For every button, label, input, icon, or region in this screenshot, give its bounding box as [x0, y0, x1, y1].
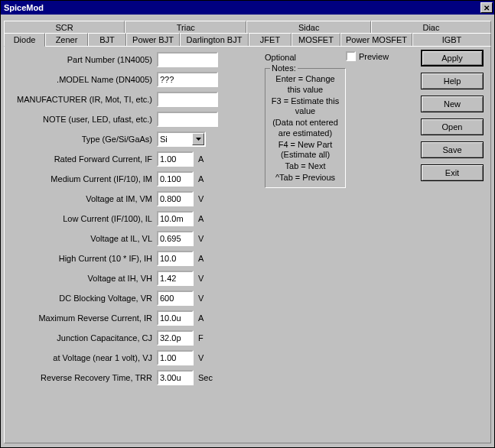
- note-line-f3: F3 = Estimate this value: [269, 96, 342, 118]
- tab-strip: SCR Triac Sidac Diac Diode Zener BJT Pow…: [4, 21, 491, 47]
- label-im: Medium Current (IF/10), IM: [8, 174, 157, 183]
- unit-vl: V: [198, 234, 217, 243]
- label-vr: DC Blocking Voltage, VR: [8, 294, 157, 303]
- open-button[interactable]: Open: [421, 118, 484, 135]
- tab-mosfet[interactable]: MOSFET: [291, 33, 340, 47]
- note-line-est: (Data not entered are estimated): [269, 118, 342, 139]
- unit-ih: A: [198, 254, 217, 263]
- apply-button[interactable]: Apply: [421, 50, 484, 67]
- notes-legend: Notes:: [270, 63, 298, 74]
- label-type: Type (Ge/Si/GaAs): [8, 135, 157, 144]
- preview-label: Preview: [359, 52, 389, 61]
- note-line-enter: Enter = Change this value: [269, 74, 342, 96]
- unit-trr: Sec: [198, 373, 217, 382]
- new-button[interactable]: New: [421, 96, 484, 112]
- unit-vh: V: [198, 274, 217, 283]
- close-button[interactable]: ✕: [480, 2, 493, 13]
- unit-cj: F: [198, 333, 217, 342]
- label-ih: High Current (10 * IF), IH: [8, 254, 157, 263]
- note-line-tab: Tab = Next: [269, 161, 342, 172]
- dropdown-type[interactable]: Si: [157, 131, 206, 147]
- input-cj[interactable]: [157, 330, 194, 346]
- input-vl[interactable]: [157, 231, 194, 246]
- input-model-name[interactable]: [157, 72, 218, 87]
- input-vr[interactable]: [157, 291, 194, 306]
- unit-vm: V: [198, 194, 217, 203]
- form-area: Part Number (1N4005) .MODEL Name (DN4005…: [8, 51, 260, 389]
- label-vh: Voltage at IH, VH: [8, 274, 157, 283]
- input-ih[interactable]: [157, 251, 194, 266]
- unit-vj: V: [198, 353, 217, 362]
- input-vh[interactable]: [157, 271, 194, 286]
- label-model-name: .MODEL Name (DN4005): [8, 75, 157, 84]
- preview-control: Preview: [346, 51, 389, 61]
- input-il[interactable]: [157, 211, 194, 226]
- tab-zener[interactable]: Zener: [45, 33, 88, 47]
- label-cj: Junction Capacitance, CJ: [8, 333, 157, 342]
- dropdown-type-value: Si: [158, 133, 192, 145]
- unit-im: A: [198, 174, 217, 183]
- input-vm[interactable]: [157, 191, 194, 206]
- tab-jfet[interactable]: JFET: [249, 33, 291, 47]
- button-column: Apply Help New Open Save Exit: [421, 50, 484, 181]
- preview-checkbox[interactable]: [346, 51, 356, 61]
- tab-power-mosfet[interactable]: Power MOSFET: [340, 33, 412, 47]
- label-part-number: Part Number (1N4005): [8, 55, 157, 64]
- label-il: Low Current (IF/100), IL: [8, 214, 157, 223]
- input-ir[interactable]: [157, 310, 194, 326]
- input-part-number[interactable]: [157, 52, 218, 67]
- label-vj: at Voltage (near 1 volt), VJ: [8, 353, 157, 362]
- tab-bjt[interactable]: BJT: [88, 33, 126, 47]
- input-vj[interactable]: [157, 350, 194, 365]
- input-im[interactable]: [157, 171, 194, 187]
- label-ir: Maximum Reverse Current, IR: [8, 313, 157, 323]
- tab-sidac[interactable]: Sidac: [246, 21, 371, 34]
- optional-column: Optional Notes: Enter = Change this valu…: [265, 53, 372, 188]
- client-area: SCR Triac Sidac Diac Diode Zener BJT Pow…: [1, 15, 494, 447]
- label-vm: Voltage at IM, VM: [8, 194, 157, 203]
- help-button[interactable]: Help: [421, 73, 484, 89]
- input-if[interactable]: [157, 151, 194, 167]
- app-window: SpiceMod ✕ SCR Triac Sidac Diac Diode Ze…: [0, 0, 495, 448]
- tab-diac[interactable]: Diac: [371, 21, 491, 34]
- input-note[interactable]: [157, 112, 218, 127]
- label-if: Rated Forward Current, IF: [8, 154, 157, 164]
- unit-if: A: [198, 154, 217, 164]
- label-vl: Voltage at IL, VL: [8, 234, 157, 243]
- label-note: NOTE (user, LED, ufast, etc.): [8, 115, 157, 124]
- tab-row-bottom: Diode Zener BJT Power BJT Darlington BJT…: [4, 33, 491, 47]
- note-line-f4: F4 = New Part (Estimate all): [269, 140, 342, 161]
- tab-triac[interactable]: Triac: [125, 21, 246, 34]
- svg-marker-0: [196, 138, 201, 141]
- tab-igbt[interactable]: IGBT: [412, 33, 491, 47]
- titlebar: SpiceMod ✕: [1, 1, 494, 15]
- label-manufacturer: MANUFACTURER (IR, Mot, TI, etc.): [8, 95, 157, 104]
- tab-darlington-bjt[interactable]: Darlington BJT: [180, 33, 249, 47]
- label-trr: Reverse Recovery Time, TRR: [8, 373, 157, 382]
- input-manufacturer[interactable]: [157, 92, 218, 107]
- tab-panel-diode: Part Number (1N4005) .MODEL Name (DN4005…: [4, 46, 491, 443]
- notes-group: Notes: Enter = Change this value F3 = Es…: [265, 68, 346, 188]
- note-line-shifttab: ^Tab = Previous: [269, 173, 342, 183]
- save-button[interactable]: Save: [421, 141, 484, 158]
- chevron-down-icon[interactable]: [192, 133, 204, 145]
- tab-diode[interactable]: Diode: [4, 33, 45, 47]
- tab-power-bjt[interactable]: Power BJT: [126, 33, 180, 47]
- tab-row-top: SCR Triac Sidac Diac: [4, 21, 491, 34]
- unit-vr: V: [198, 294, 217, 303]
- window-title: SpiceMod: [2, 3, 44, 12]
- tab-scr[interactable]: SCR: [4, 21, 125, 34]
- unit-ir: A: [198, 313, 217, 323]
- close-icon: ✕: [484, 4, 490, 12]
- unit-il: A: [198, 214, 217, 223]
- input-trr[interactable]: [157, 370, 194, 385]
- exit-button[interactable]: Exit: [421, 164, 484, 181]
